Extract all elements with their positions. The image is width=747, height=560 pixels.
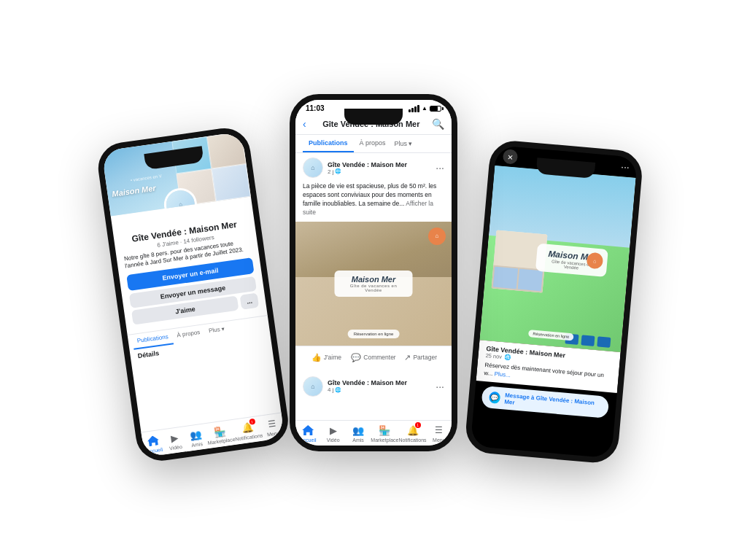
page-tabs-center: Publications À propos Plus ▾ — [295, 135, 452, 153]
messenger-icon-right: 💬 — [489, 392, 501, 404]
menu-icon-center: ☰ — [433, 424, 446, 437]
post-card-center: ⌂ Gîte Vendée : Maison Mer 2 j 🌐 ··· La … — [295, 153, 452, 369]
dots-button-right[interactable]: ··· — [621, 160, 630, 173]
nav-menu-center[interactable]: ☰ Menu — [427, 424, 452, 443]
status-time-center: 11:03 — [306, 104, 325, 112]
signal-bar-3 — [414, 106, 417, 112]
bottom-nav-left: Accueil ▶ Vidéo 👥 Amis 🏪 — [141, 413, 285, 458]
video-label-left: Vidéo — [169, 444, 183, 451]
nav-marketplace-left[interactable]: 🏪 Marketplace — [206, 423, 236, 446]
post-text-center: La pièce de vie est spacieuse, plus de 5… — [295, 182, 452, 222]
post-header-2-center: ⌂ Gîte Vendée : Maison Mer 4 j 🌐 ··· — [295, 372, 452, 401]
page-title-center: Gîte Vendée : Maison Mer — [311, 120, 432, 128]
nav-home-left[interactable]: Accueil — [142, 432, 166, 454]
status-bar-center: 11:03 ▲ — [295, 100, 452, 114]
notifications-label-center: Notifications — [398, 438, 426, 443]
like-icon-center: 👍 — [311, 353, 322, 362]
cover-sub-left: • vacances en V — [128, 174, 163, 183]
share-action-center[interactable]: ↗ Partager — [397, 349, 444, 366]
right-main-image: Maison Mer Gîte de vacances en Vendée ⌂ … — [479, 166, 635, 352]
phone-right-screen: ✕ ··· — [471, 145, 638, 458]
signal-bar-2 — [411, 108, 414, 112]
back-button-center[interactable]: ‹ — [303, 118, 306, 130]
nav-notifications-center[interactable]: 🔔 1 Notifications — [398, 424, 426, 443]
video-label-center: Vidéo — [327, 438, 340, 443]
marketplace-label-center: Marketplace — [371, 438, 398, 443]
post-card-2-center: ⌂ Gîte Vendée : Maison Mer 4 j 🌐 ··· — [295, 372, 452, 401]
post-image-center: Maison Mer Gîte de vacances en Vendée ⌂ … — [295, 222, 452, 346]
phone-center-screen: 11:03 ▲ ‹ Gîte Vendée : — [295, 100, 452, 446]
tab-apropos-center[interactable]: À propos — [354, 135, 392, 152]
post-dots-center[interactable]: ··· — [436, 162, 444, 174]
like-action-center[interactable]: 👍 J'aime — [303, 349, 350, 366]
notifications-icon-left: 🔔 1 — [240, 420, 255, 435]
home-icon-left — [146, 433, 160, 448]
close-button-right[interactable]: ✕ — [503, 149, 519, 165]
like-label-center: J'aime — [324, 354, 341, 361]
friends-icon-left: 👥 — [188, 427, 203, 442]
nav-friends-center[interactable]: 👥 Amis — [346, 424, 371, 443]
comment-label-center: Commenter — [363, 354, 395, 361]
status-icons-center: ▲ — [409, 105, 441, 112]
search-icon-center[interactable]: 🔍 — [432, 118, 444, 130]
right-chair-3 — [597, 336, 611, 348]
battery-center — [430, 106, 441, 112]
friends-label-center: Amis — [352, 438, 364, 443]
phone-center: 11:03 ▲ ‹ Gîte Vendée : — [290, 94, 457, 451]
privacy-icon-center: 🌐 — [335, 168, 341, 174]
phone-left-screen: Maison Mer • vacances en V ⌂ — [101, 131, 285, 457]
home-label-center: Accueil — [300, 438, 317, 443]
notifications-label-left: Notifications — [235, 432, 263, 441]
post-meta-center: Gîte Vendée : Maison Mer 2 j 🌐 — [328, 161, 436, 175]
menu-icon-left: ☰ — [265, 416, 279, 431]
wifi-icon-center: ▲ — [422, 105, 427, 112]
more-button-left[interactable]: ... — [240, 292, 259, 309]
right-chair-2 — [581, 335, 595, 346]
profile-body-left: Gîte Vendée : Maison Mer 6 J'aime · 14 f… — [111, 196, 267, 330]
friends-icon-center: 👥 — [352, 424, 365, 437]
post-author-center: Gîte Vendée : Maison Mer — [328, 161, 436, 168]
post-actions-center: 👍 J'aime 💬 Commenter ↗ Partager — [295, 346, 452, 369]
brand-overlay-center: Maison Mer Gîte de vacances en Vendée — [335, 271, 413, 297]
cover-cell-1 — [171, 136, 211, 174]
brand-logo-badge-center: ⌂ — [428, 228, 446, 245]
page-header-center: ‹ Gîte Vendée : Maison Mer 🔍 — [295, 114, 452, 135]
more-link-right[interactable]: Plus... — [494, 370, 511, 378]
notif-badge-center: 1 — [415, 422, 421, 428]
marketplace-icon-left: 🏪 — [212, 424, 227, 438]
share-label-center: Partager — [413, 354, 437, 361]
reservation-badge-center: Réservation en ligne — [348, 330, 400, 338]
privacy-icon-2-center: 🌐 — [335, 387, 341, 393]
cover-cell-4 — [212, 164, 251, 201]
nav-video-left[interactable]: ▶ Vidéo — [163, 429, 187, 451]
nav-notifications-left[interactable]: 🔔 1 Notifications — [233, 419, 263, 442]
nav-home-center[interactable]: Accueil — [295, 424, 320, 443]
phone-right: ✕ ··· — [464, 139, 644, 465]
nav-video-center[interactable]: ▶ Vidéo — [320, 424, 345, 443]
marketplace-icon-center: 🏪 — [378, 424, 391, 437]
post-avatar-center: ⌂ — [303, 158, 323, 178]
notifications-icon-center: 🔔 1 — [406, 424, 419, 437]
signal-bar-1 — [409, 109, 411, 112]
post-author-2-center: Gîte Vendée : Maison Mer — [328, 379, 436, 386]
nav-menu-left[interactable]: ☰ Menu — [260, 416, 285, 438]
bottom-nav-center: Accueil ▶ Vidéo 👥 Amis 🏪 — [295, 420, 452, 446]
cover-brand-left: Maison Mer — [112, 184, 157, 198]
signal-bar-4 — [417, 105, 419, 112]
share-icon-center: ↗ — [404, 353, 411, 362]
post-dots-2-center[interactable]: ··· — [436, 381, 444, 392]
brand-sub-center: Gîte de vacances en Vendée — [342, 284, 406, 292]
nav-marketplace-center[interactable]: 🏪 Marketplace — [371, 424, 398, 443]
menu-label-left: Menu — [267, 430, 280, 437]
nav-friends-left[interactable]: 👥 Amis — [184, 427, 208, 448]
tab-plus-center[interactable]: Plus ▾ — [392, 135, 416, 152]
tab-publications-center[interactable]: Publications — [303, 135, 354, 152]
post-time-2-center: 4 j 🌐 — [328, 386, 436, 393]
marketplace-label-left: Marketplace — [207, 437, 236, 446]
comment-action-center[interactable]: 💬 Commenter — [350, 349, 398, 366]
post-header-center: ⌂ Gîte Vendée : Maison Mer 2 j 🌐 ··· — [295, 153, 452, 182]
video-icon-center: ▶ — [327, 424, 340, 437]
home-shape — [147, 435, 160, 446]
video-icon-left: ▶ — [167, 430, 182, 445]
main-scene: Maison Mer • vacances en V ⌂ — [0, 0, 747, 560]
